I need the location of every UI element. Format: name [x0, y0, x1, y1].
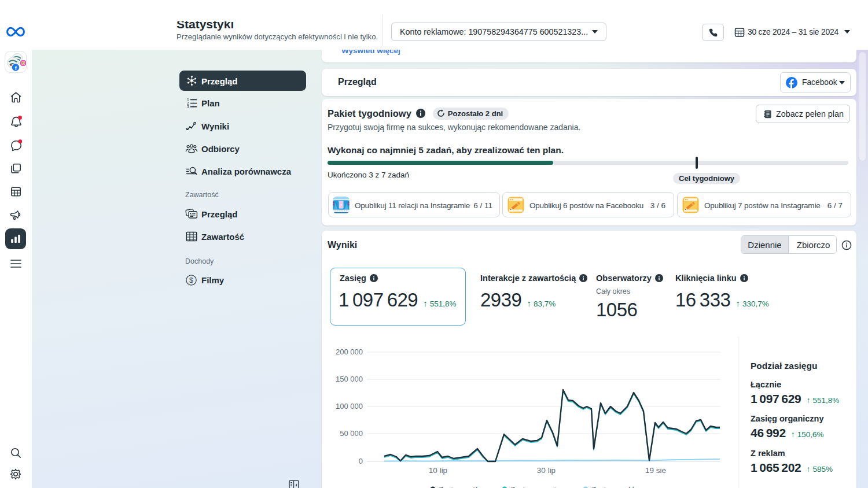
- svg-text:Zasięg ogółem: Zasięg ogółem: [439, 485, 488, 488]
- svg-text:0: 0: [359, 457, 363, 465]
- svg-text:100 000: 100 000: [336, 402, 363, 411]
- svg-text:Zasięg organiczny: Zasięg organiczny: [510, 485, 572, 488]
- svg-text:Zasięg z reklam: Zasięg z reklam: [591, 485, 645, 488]
- svg-text:19 sie: 19 sie: [645, 466, 666, 475]
- svg-text:200 000: 200 000: [336, 347, 363, 356]
- svg-text:30 lip: 30 lip: [537, 466, 556, 475]
- svg-text:50 000: 50 000: [340, 429, 363, 438]
- svg-text:150 000: 150 000: [336, 375, 363, 383]
- svg-text:10 lip: 10 lip: [429, 466, 447, 475]
